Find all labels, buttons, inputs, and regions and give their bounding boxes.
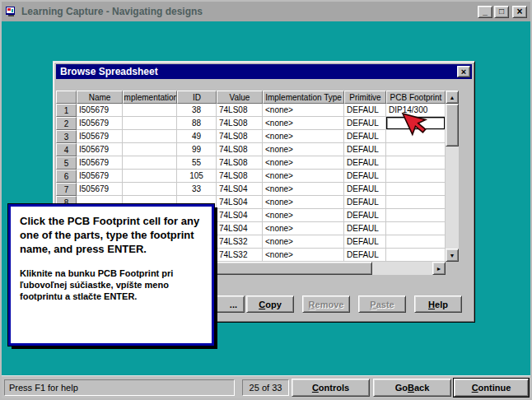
column-header-pcb-footprint[interactable]: PCB Footprint [386, 91, 446, 104]
row-number[interactable]: 2 [56, 117, 77, 130]
help-button[interactable]: Help [414, 295, 462, 313]
cell-pcb-footprint[interactable] [386, 235, 446, 249]
row-number[interactable]: 4 [56, 143, 77, 156]
cell-id[interactable]: 49 [177, 130, 217, 143]
column-header-name[interactable]: Name [77, 91, 123, 104]
dialog-close-button[interactable]: × [457, 66, 470, 77]
cell-pcb-footprint[interactable] [386, 170, 446, 183]
cell-pcb-footprint[interactable] [386, 156, 446, 170]
cell-implementation-type[interactable]: <none> [263, 196, 344, 209]
cell-name[interactable]: I505679 [77, 170, 123, 183]
cell-name[interactable]: I505679 [77, 104, 123, 117]
cell-value[interactable]: 74LS32 [217, 235, 263, 249]
cell-primitive[interactable]: DEFAUL [344, 117, 386, 130]
cell-primitive[interactable]: DEFAUL [344, 143, 386, 156]
cell-value[interactable]: 74LS08 [217, 117, 263, 130]
cell-implementation-type[interactable]: <none> [263, 170, 344, 183]
minimize-button[interactable]: _ [478, 6, 492, 18]
cell-implementation[interactable] [123, 117, 177, 130]
cell-value[interactable]: 74LS04 [217, 196, 263, 209]
cell-value[interactable]: 74LS08 [217, 156, 263, 170]
scroll-right-button[interactable]: ► [432, 262, 446, 275]
cell-name[interactable]: I505679 [77, 183, 123, 196]
cell-implementation-type[interactable]: <none> [263, 209, 344, 222]
table-row: 5I5056795574LS08<none>DEFAUL [56, 156, 446, 170]
cell-value[interactable]: 74LS08 [217, 104, 263, 117]
column-header-implementation[interactable]: Implementation [123, 91, 177, 104]
row-number[interactable]: 3 [56, 130, 77, 143]
cell-id[interactable]: 55 [177, 156, 217, 170]
cell-value[interactable]: 74LS32 [217, 249, 263, 262]
controls-button[interactable]: Controls [292, 379, 370, 397]
cell-primitive[interactable]: DEFAUL [344, 209, 386, 222]
cell-implementation[interactable] [123, 156, 177, 170]
cell-pcb-footprint[interactable] [386, 196, 446, 209]
cell-implementation[interactable] [123, 183, 177, 196]
cell-primitive[interactable]: DEFAUL [344, 183, 386, 196]
cell-value[interactable]: 74LS04 [217, 183, 263, 196]
cell-primitive[interactable]: DEFAUL [344, 130, 386, 143]
cell-value[interactable]: 74LS04 [217, 222, 263, 235]
cell-implementation-type[interactable]: <none> [263, 156, 344, 170]
paste-button[interactable]: Paste [358, 295, 406, 313]
cell-value[interactable]: 74LS08 [217, 143, 263, 156]
column-header-id[interactable]: ID [177, 91, 217, 104]
copy-button[interactable]: Copy [246, 295, 294, 313]
row-number[interactable]: 6 [56, 170, 77, 183]
cell-primitive[interactable]: DEFAUL [344, 222, 386, 235]
cell-name[interactable]: I505679 [77, 117, 123, 130]
cell-implementation[interactable] [123, 130, 177, 143]
dialog-titlebar[interactable]: Browse Spreadsheet × [56, 64, 472, 79]
cell-pcb-footprint[interactable] [386, 249, 446, 262]
row-number[interactable]: 5 [56, 156, 77, 170]
cell-value[interactable]: 74LS04 [217, 209, 263, 222]
cell-id[interactable]: 99 [177, 143, 217, 156]
column-header-value[interactable]: Value [217, 91, 263, 104]
statusbar: Press F1 for help 25 of 33 Controls Go B… [2, 375, 530, 398]
cell-pcb-footprint[interactable] [386, 209, 446, 222]
cell-pcb-footprint[interactable] [386, 183, 446, 196]
cell-primitive[interactable]: DEFAUL [344, 170, 386, 183]
cell-implementation-type[interactable]: <none> [263, 130, 344, 143]
cell-implementation-type[interactable]: <none> [263, 183, 344, 196]
cell-primitive[interactable]: DEFAUL [344, 249, 386, 262]
scroll-up-button[interactable]: ▲ [446, 91, 459, 104]
remove-button[interactable]: Remove [302, 295, 350, 313]
cell-id[interactable]: 33 [177, 183, 217, 196]
cell-primitive[interactable]: DEFAUL [344, 235, 386, 249]
cell-implementation-type[interactable]: <none> [263, 249, 344, 262]
cell-implementation-type[interactable]: <none> [263, 104, 344, 117]
cell-primitive[interactable]: DEFAUL [344, 196, 386, 209]
cell-implementation[interactable] [123, 143, 177, 156]
page-indicator: 25 of 33 [242, 379, 289, 396]
cell-value[interactable]: 74LS08 [217, 130, 263, 143]
row-number[interactable]: 1 [56, 104, 77, 117]
cell-name[interactable]: I505679 [77, 130, 123, 143]
cell-primitive[interactable]: DEFAUL [344, 104, 386, 117]
cell-implementation[interactable] [123, 104, 177, 117]
cell-value[interactable]: 74LS08 [217, 170, 263, 183]
column-header-implementation-type[interactable]: Implementation Type [263, 91, 344, 104]
window-title: Learning Capture - Navigating designs [21, 6, 474, 17]
cell-name[interactable]: I505679 [77, 156, 123, 170]
cell-implementation-type[interactable]: <none> [263, 235, 344, 249]
cell-id[interactable]: 38 [177, 104, 217, 117]
cell-id[interactable]: 88 [177, 117, 217, 130]
cell-implementation-type[interactable]: <none> [263, 143, 344, 156]
cell-implementation-type[interactable]: <none> [263, 222, 344, 235]
row-number[interactable]: 7 [56, 183, 77, 196]
continue-button[interactable]: Continue [454, 379, 529, 397]
cell-implementation-type[interactable]: <none> [263, 117, 344, 130]
cell-id[interactable]: 105 [177, 170, 217, 183]
window-titlebar[interactable]: Learning Capture - Navigating designs _ … [2, 2, 530, 21]
cell-implementation[interactable] [123, 170, 177, 183]
column-header-primitive[interactable]: Primitive [344, 91, 386, 104]
cell-primitive[interactable]: DEFAUL [344, 156, 386, 170]
close-button[interactable]: × [512, 6, 527, 18]
go-back-button[interactable]: Go Back [373, 379, 451, 397]
cell-pcb-footprint[interactable] [386, 222, 446, 235]
maximize-button[interactable]: □ [494, 6, 509, 18]
corner-header-cell[interactable] [56, 91, 77, 104]
cell-name[interactable]: I505679 [77, 143, 123, 156]
scroll-down-button[interactable]: ▼ [446, 249, 459, 262]
